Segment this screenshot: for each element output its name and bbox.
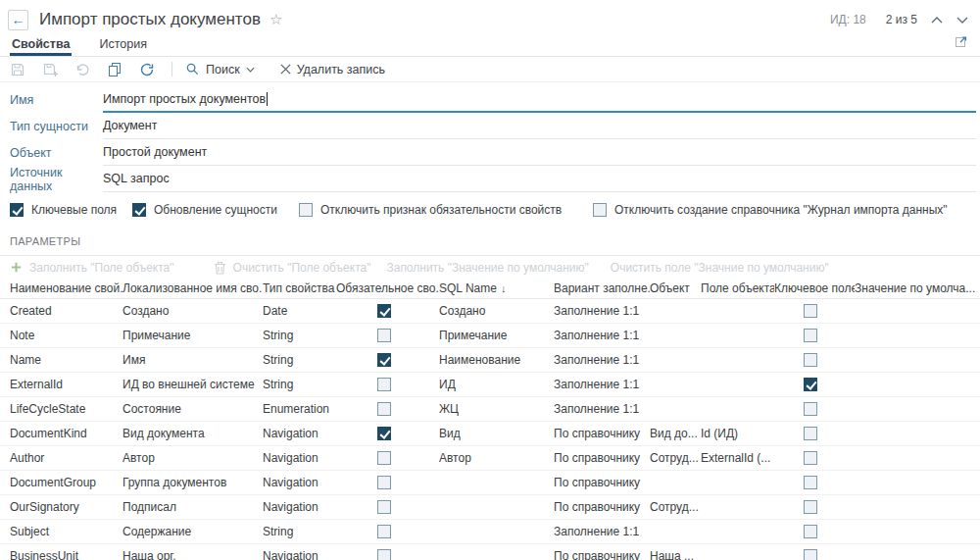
table-row[interactable]: LifeCycleStateСостояниеEnumerationЖЦЗапо… [0, 397, 980, 422]
table-row[interactable]: AuthorАвторNavigationАвторПо справочнику… [0, 446, 980, 471]
key_field-checkbox[interactable] [804, 451, 817, 465]
key_field-checkbox[interactable] [804, 476, 817, 489]
name-input[interactable]: Импорт простых документов [103, 86, 976, 113]
fill-object-field-button[interactable]: Заполнить "Поле объекта" [10, 261, 174, 275]
table-row[interactable]: OurSignatoryПодписалNavigationПо справоч… [0, 495, 980, 520]
key_field-checkbox[interactable] [804, 378, 817, 391]
checkbox-label: Обновление сущности [154, 203, 277, 217]
tab-history[interactable]: История [97, 37, 148, 56]
table-row[interactable]: BusinessUnitНаша орг.NavigationПо справо… [0, 544, 980, 560]
required-checkbox[interactable] [377, 549, 391, 560]
pager-down-button[interactable] [956, 17, 968, 24]
cell-key_field [774, 500, 855, 514]
cell-variant: Заполнение 1:1 [554, 525, 650, 538]
column-header-variant[interactable]: Вариант заполне... [554, 281, 650, 295]
cell-sql: Вид [439, 427, 554, 440]
required-checkbox[interactable] [377, 402, 391, 416]
column-header-type[interactable]: Тип свойства [263, 281, 336, 295]
table-row[interactable]: ExternalIdИД во внешней системеStringИДЗ… [0, 373, 980, 397]
key_field-checkbox[interactable] [804, 304, 817, 318]
popout-button[interactable] [955, 34, 968, 52]
column-header-sql[interactable]: SQL Name↓ [439, 281, 554, 295]
table-row[interactable]: NameИмяStringНаименованиеЗаполнение 1:1 [0, 348, 980, 373]
table-row[interactable]: CreatedСозданоDateСозданоЗаполнение 1:1 [0, 299, 980, 324]
cell-type: Enumeration [263, 402, 336, 416]
column-header-object[interactable]: Объект [650, 281, 701, 295]
properties-form: Имя Импорт простых документов Тип сущнос… [0, 82, 980, 192]
delete-record-button[interactable]: Удалить запись [280, 63, 391, 76]
column-header-key_field[interactable]: Ключевое поле [774, 281, 855, 295]
data-source-input[interactable]: SQL запрос [103, 166, 976, 192]
field-value: Документ [103, 119, 157, 132]
cell-object: Сотруд... [650, 500, 701, 514]
cell-type: String [263, 329, 336, 342]
key_field-checkbox[interactable] [804, 525, 817, 538]
cell-key_field [774, 451, 855, 465]
required-checkbox[interactable] [377, 378, 391, 391]
checkbox-entity-update[interactable]: Обновление сущности [132, 203, 299, 217]
favorite-star-icon[interactable]: ☆ [270, 11, 282, 28]
save-button[interactable] [10, 62, 25, 77]
clear-object-field-button[interactable]: Очистить "Поле объекта" [214, 261, 371, 275]
checkbox-box[interactable] [299, 203, 313, 217]
checkbox-box[interactable] [593, 203, 607, 217]
save-and-add-button[interactable] [42, 62, 58, 77]
checkbox-box[interactable] [132, 203, 146, 217]
cell-type: String [263, 378, 336, 391]
search-button[interactable]: Поиск [185, 62, 255, 76]
entity-type-input[interactable]: Документ [103, 113, 976, 139]
refresh-button[interactable] [139, 62, 155, 77]
table-row[interactable]: SubjectСодержаниеStringЗаполнение 1:1 [0, 520, 980, 544]
key_field-checkbox[interactable] [804, 402, 817, 416]
table-row[interactable]: NoteПримечаниеStringПримечаниеЗаполнение… [0, 324, 980, 348]
cell-type: Date [263, 304, 336, 318]
chevron-down-icon [956, 17, 968, 24]
cell-key_field [774, 427, 855, 440]
table-row[interactable]: DocumentGroupГруппа документовNavigation… [0, 471, 980, 495]
pager-up-button[interactable] [931, 17, 943, 24]
column-header-default[interactable]: Значение по умолча... [855, 281, 980, 295]
cell-key_field [774, 525, 855, 538]
required-checkbox[interactable] [377, 329, 391, 342]
checkbox-box[interactable] [10, 203, 24, 217]
required-checkbox[interactable] [377, 451, 391, 465]
key_field-checkbox[interactable] [804, 500, 817, 514]
object-input[interactable]: Простой документ [103, 139, 976, 166]
key_field-checkbox[interactable] [804, 427, 817, 440]
key_field-checkbox[interactable] [804, 329, 817, 342]
chevron-down-icon [246, 67, 255, 73]
fill-default-value-button[interactable]: Заполнить "Значение по умолчанию" [386, 261, 588, 275]
column-header-localized[interactable]: Локализованное имя сво... [122, 281, 263, 295]
cell-name: DocumentKind [10, 427, 122, 440]
required-checkbox[interactable] [377, 304, 391, 318]
checkbox-disable-required[interactable]: Отключить признак обязательности свойств [299, 203, 593, 217]
page-title: Импорт простых документов [39, 10, 261, 29]
required-checkbox[interactable] [377, 476, 391, 489]
cell-localized: ИД во внешней системе [122, 378, 263, 391]
key_field-checkbox[interactable] [804, 353, 817, 367]
form-field-data-source: Источник данных SQL запрос [10, 166, 980, 192]
table-row[interactable]: DocumentKindВид документаNavigationВидПо… [0, 422, 980, 446]
required-checkbox[interactable] [377, 500, 391, 514]
column-header-required[interactable]: Обязательное сво... [336, 281, 439, 295]
plus-icon [10, 261, 23, 274]
cell-localized: Автор [122, 451, 263, 465]
key_field-checkbox[interactable] [804, 549, 817, 560]
cell-object: Наша ... [650, 549, 701, 560]
cell-object_field: ExternalId (... [701, 451, 774, 465]
undo-button[interactable] [74, 62, 90, 77]
required-checkbox[interactable] [377, 427, 391, 440]
column-header-name[interactable]: Наименование свой... [10, 281, 122, 295]
required-checkbox[interactable] [377, 525, 391, 538]
tab-properties[interactable]: Свойства [10, 37, 72, 56]
copy-button[interactable] [107, 62, 122, 77]
required-checkbox[interactable] [377, 353, 391, 367]
back-button[interactable]: ← [8, 10, 28, 30]
checkbox-disable-journal[interactable]: Отключить создание справочника "Журнал и… [593, 203, 948, 217]
checkbox-key-fields[interactable]: Ключевые поля [10, 203, 132, 217]
clear-default-value-button[interactable]: Очистить поле "Значние по умолчанию" [611, 261, 829, 275]
param-table-body: CreatedСозданоDateСозданоЗаполнение 1:1N… [0, 299, 980, 560]
back-arrow-icon: ← [12, 12, 25, 27]
chevron-up-icon [931, 17, 943, 24]
column-header-object_field[interactable]: Поле объекта [701, 281, 774, 295]
